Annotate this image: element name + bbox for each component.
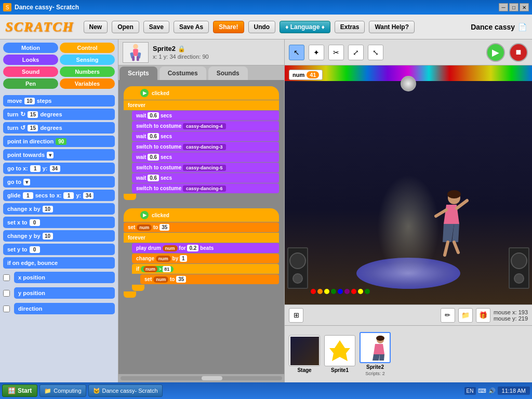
x-position-checkbox[interactable] [3, 274, 10, 281]
y-position-checkbox[interactable] [3, 290, 10, 297]
glide-x-input[interactable]: 1 [63, 192, 74, 199]
turn-cw-block[interactable]: turn ↻ 15 degrees [3, 109, 115, 120]
direction-block[interactable]: direction [14, 303, 115, 314]
scrollbar-track[interactable] [121, 376, 282, 380]
category-sound[interactable]: Sound [3, 66, 58, 77]
stage-controls: ↖ ✦ ✂ ⤢ ⤡ ▶ ■ [285, 39, 532, 65]
want-help-button[interactable]: Want Help? [369, 21, 415, 33]
x-position-block[interactable]: x position [14, 272, 115, 283]
goto-block[interactable]: go to ▾ [3, 176, 115, 188]
if-on-edge-block[interactable]: if on edge, bounce [3, 257, 115, 269]
glide-block[interactable]: glide 1 secs to x: 1 y: 34 [3, 190, 115, 201]
tab-costumes[interactable]: Costumes [159, 66, 206, 80]
language-button[interactable]: ♦ Language ♦ [280, 21, 330, 33]
block-categories: Motion Control Looks Sensing Sound Numbe… [0, 39, 118, 92]
x-position-row: x position [3, 271, 115, 284]
edit-tool-button[interactable]: ✏ [441, 308, 455, 323]
point-towards-dropdown[interactable]: ▾ [47, 152, 54, 158]
stamp-tool[interactable]: ✦ [309, 45, 324, 60]
scripts-area: ▶ clicked forever wait 0.6 secs switch t… [118, 81, 284, 374]
scissors-tool[interactable]: ✂ [328, 45, 344, 60]
system-clock: 11:18 AM [498, 387, 530, 395]
folder-tool-button[interactable]: 📁 [458, 308, 473, 323]
set-x-block[interactable]: set x to 0 [3, 217, 115, 228]
category-looks[interactable]: Looks [3, 55, 58, 65]
floor-decorations [285, 289, 532, 299]
glide-y-input[interactable]: 34 [83, 192, 94, 199]
share-button[interactable]: Share! [213, 21, 244, 33]
sprite1-item[interactable]: Sprite1 [324, 335, 355, 373]
glide-secs-input[interactable]: 1 [23, 192, 33, 199]
bottom-stage-tools: ⊞ ✏ 📁 🎁 mouse x: 193 mouse y: 219 [285, 304, 532, 325]
num-variable-display: num 41 [289, 70, 323, 80]
direction-input[interactable]: 90 [56, 138, 66, 145]
scrollbar-thumb[interactable] [202, 376, 222, 380]
if-cap [132, 285, 144, 291]
turn-ccw-input[interactable]: 15 [28, 125, 38, 131]
category-variables[interactable]: Variables [60, 78, 115, 89]
save-button[interactable]: Save [143, 21, 169, 33]
change-x-block[interactable]: change x by 10 [3, 203, 115, 215]
direction-checkbox[interactable] [3, 305, 10, 312]
y-position-block[interactable]: y position [14, 287, 115, 299]
goto-x-input[interactable]: 1 [30, 165, 41, 172]
save-as-button[interactable]: Save As [174, 21, 209, 33]
taskbar-computing[interactable]: 📁 Computing [39, 384, 86, 397]
grow-tool[interactable]: ⤢ [348, 45, 364, 60]
shrink-tool[interactable]: ⤡ [368, 45, 383, 60]
start-windows-icon: 🪟 [8, 387, 16, 394]
category-control[interactable]: Control [60, 43, 115, 53]
move-steps-input[interactable]: 10 [24, 98, 35, 104]
tab-sounds[interactable]: Sounds [208, 66, 248, 80]
turn-cw-input[interactable]: 15 [28, 111, 38, 118]
set-y-block[interactable]: set y to 0 [3, 244, 115, 255]
change-num-block: change num by 1 [132, 254, 279, 263]
taskbar-scratch[interactable]: 🐱 Dance cassy- Scratch [88, 384, 163, 397]
wait-block-4: wait 0.6 secs [132, 173, 279, 183]
cursor-tool[interactable]: ↖ [289, 45, 304, 60]
sprite-name: Sprite2 [153, 45, 176, 52]
change-x-input[interactable]: 10 [43, 206, 53, 212]
category-numbers[interactable]: Numbers [60, 66, 115, 77]
category-sensing[interactable]: Sensing [60, 55, 115, 65]
goto-dropdown[interactable]: ▾ [23, 179, 30, 185]
move-block[interactable]: move 10 steps [3, 95, 115, 107]
close-button[interactable]: ✕ [520, 3, 529, 11]
green-flag-button[interactable]: ▶ [486, 43, 505, 62]
point-direction-block[interactable]: point in direction 90 [3, 136, 115, 147]
set-y-input[interactable]: 0 [30, 246, 40, 253]
grid-tool-button[interactable]: ⊞ [289, 308, 303, 323]
new-button[interactable]: New [84, 21, 108, 33]
keyboard-icon: ⌨ [478, 388, 486, 394]
change-y-input[interactable]: 10 [43, 233, 53, 240]
speaker-left [287, 247, 308, 289]
svg-point-16 [376, 336, 384, 341]
set-num-inner: set num to 35 [140, 274, 279, 284]
start-button[interactable]: 🪟 Start [2, 384, 37, 397]
tab-scripts[interactable]: Scripts [119, 66, 157, 80]
goto-xy-block[interactable]: go to x: 1 y: 34 [3, 163, 115, 174]
category-motion[interactable]: Motion [3, 43, 58, 53]
minimize-button[interactable]: ─ [499, 3, 508, 11]
open-button[interactable]: Open [112, 21, 139, 33]
stop-button[interactable]: ■ [509, 43, 528, 62]
stage-item[interactable]: Stage [289, 335, 320, 373]
extras-button[interactable]: Extras [335, 21, 365, 33]
undo-button[interactable]: Undo [248, 21, 276, 33]
gift-tool-button[interactable]: 🎁 [476, 308, 490, 323]
wait-block-3: wait 0.6 secs [132, 152, 279, 162]
sprite2-item[interactable]: Sprite2 Scripts: 2 [360, 332, 391, 376]
maximize-button[interactable]: □ [509, 3, 518, 11]
sprite-thumbnail [123, 42, 149, 63]
turn-ccw-block[interactable]: turn ↺ 15 degrees [3, 122, 115, 134]
title-bar-left: S Dance cassy- Scratch [3, 3, 79, 11]
set-x-input[interactable]: 0 [30, 219, 40, 226]
change-y-block[interactable]: change y by 10 [3, 230, 115, 242]
category-pen[interactable]: Pen [3, 78, 58, 89]
num-label: num [292, 72, 304, 78]
point-towards-block[interactable]: point towards ▾ [3, 149, 115, 161]
goto-y-input[interactable]: 34 [50, 165, 60, 172]
svg-rect-5 [137, 56, 139, 61]
start-label: Start [18, 387, 32, 394]
script-tabs: Scripts Costumes Sounds [118, 65, 284, 81]
